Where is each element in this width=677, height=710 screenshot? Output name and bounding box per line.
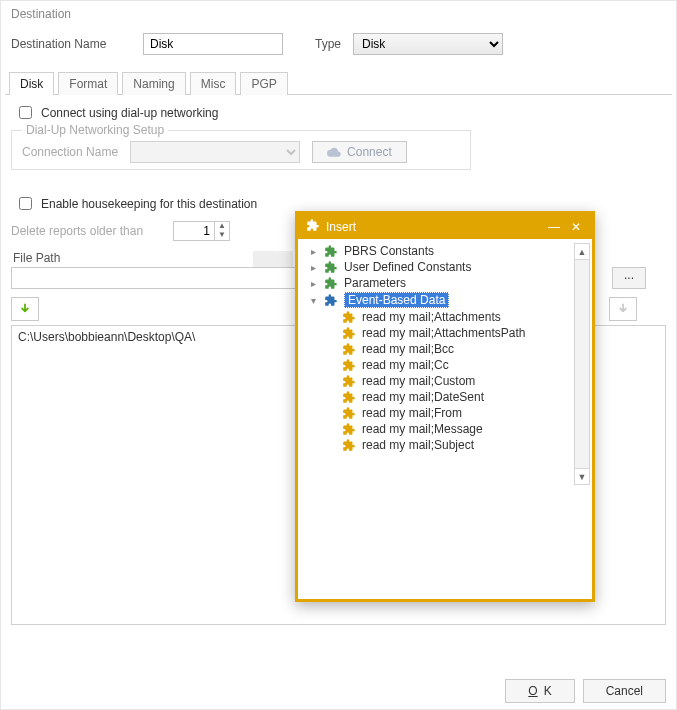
puzzle-icon	[324, 244, 338, 258]
tab-pgp[interactable]: PGP	[240, 72, 287, 95]
minimize-icon[interactable]: —	[546, 219, 562, 235]
dest-name-label: Destination Name	[11, 37, 131, 51]
scroll-up-icon[interactable]: ▲	[575, 244, 589, 260]
insert-tree[interactable]: ▸PBRS Constants ▸User Defined Constants …	[298, 239, 592, 457]
puzzle-icon	[342, 406, 356, 420]
cloud-icon	[327, 147, 341, 157]
puzzle-icon	[342, 326, 356, 340]
scroll-down-icon[interactable]: ▼	[575, 468, 589, 484]
dialup-group-title: Dial-Up Networking Setup	[22, 123, 168, 137]
arrow-down-icon	[616, 302, 630, 316]
dest-name-input[interactable]	[143, 33, 283, 55]
conn-name-select	[130, 141, 300, 163]
puzzle-icon	[342, 310, 356, 324]
delete-older-input[interactable]	[174, 222, 214, 240]
tree-node[interactable]: ▸Parameters	[308, 275, 586, 291]
tree-child[interactable]: read my mail;Custom	[308, 373, 586, 389]
browse-button[interactable]: ...	[612, 267, 646, 289]
delete-older-spinner[interactable]: ▲ ▼	[173, 221, 230, 241]
tree-child[interactable]: read my mail;Attachments	[308, 309, 586, 325]
tab-misc[interactable]: Misc	[190, 72, 237, 95]
puzzle-icon	[324, 260, 338, 274]
tab-naming[interactable]: Naming	[122, 72, 185, 95]
tree-node[interactable]: ▸PBRS Constants	[308, 243, 586, 259]
tree-child[interactable]: read my mail;Cc	[308, 357, 586, 373]
dialup-checkbox-label: Connect using dial-up networking	[41, 106, 218, 120]
tree-node-selected[interactable]: ▾Event-Based Data	[308, 291, 586, 309]
tree-child[interactable]: read my mail;From	[308, 405, 586, 421]
tree-child[interactable]: read my mail;Subject	[308, 437, 586, 453]
tab-format[interactable]: Format	[58, 72, 118, 95]
puzzle-icon	[342, 374, 356, 388]
tree-child[interactable]: read my mail;Bcc	[308, 341, 586, 357]
close-icon[interactable]: ✕	[568, 219, 584, 235]
puzzle-icon	[306, 218, 320, 235]
delete-older-label: Delete reports older than	[11, 224, 161, 238]
insert-popup: Insert — ✕ ▸PBRS Constants ▸User Defined…	[295, 211, 595, 602]
tab-disk[interactable]: Disk	[9, 72, 54, 95]
type-select[interactable]: Disk	[353, 33, 503, 55]
tab-bar: Disk Format Naming Misc PGP	[5, 71, 672, 95]
puzzle-icon	[342, 422, 356, 436]
popup-title: Insert	[326, 220, 540, 234]
puzzle-icon	[342, 358, 356, 372]
puzzle-icon	[342, 390, 356, 404]
tree-child[interactable]: read my mail;Message	[308, 421, 586, 437]
popup-scrollbar[interactable]: ▲ ▼	[574, 243, 590, 485]
puzzle-icon	[324, 276, 338, 290]
tree-node[interactable]: ▸User Defined Constants	[308, 259, 586, 275]
cancel-button[interactable]: Cancel	[583, 679, 666, 703]
puzzle-icon	[324, 293, 338, 307]
dialup-checkbox[interactable]	[19, 106, 32, 119]
spin-down-icon[interactable]: ▼	[215, 231, 229, 240]
filepath-label: File Path	[13, 251, 60, 265]
tree-child[interactable]: read my mail;DateSent	[308, 389, 586, 405]
tree-child[interactable]: read my mail;AttachmentsPath	[308, 325, 586, 341]
move-down-button[interactable]	[609, 297, 637, 321]
page-title: Destination	[1, 1, 676, 27]
ok-button[interactable]: OK	[505, 679, 574, 703]
arrow-up-icon	[18, 302, 32, 316]
puzzle-icon	[342, 342, 356, 356]
housekeeping-checkbox[interactable]	[19, 197, 32, 210]
move-up-button[interactable]	[11, 297, 39, 321]
connect-button: Connect	[312, 141, 407, 163]
housekeeping-checkbox-label: Enable housekeeping for this destination	[41, 197, 257, 211]
puzzle-icon	[342, 438, 356, 452]
conn-name-label: Connection Name	[22, 145, 118, 159]
type-label: Type	[315, 37, 341, 51]
